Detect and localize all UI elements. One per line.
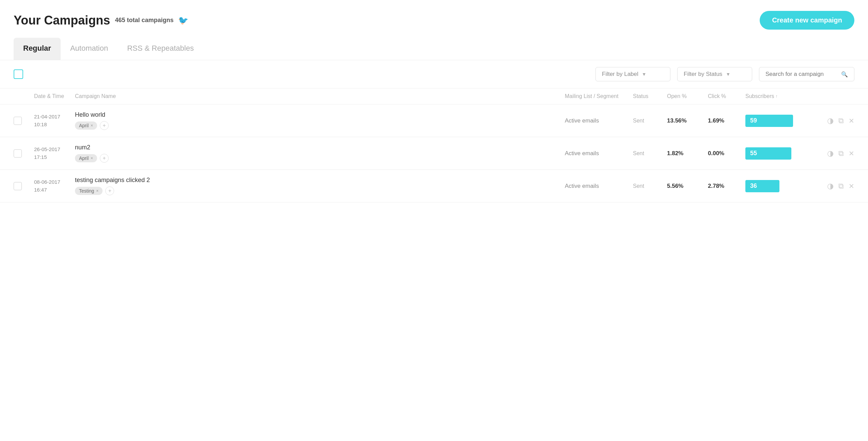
tag-row: April × + — [75, 154, 565, 163]
campaign-date-time: 08-06-201716:47 — [34, 178, 75, 194]
row-checkbox[interactable] — [14, 117, 34, 125]
mailing-list: Active emails — [565, 150, 633, 157]
filter-by-status-dropdown[interactable]: Filter by Status ▼ — [677, 67, 752, 81]
delete-icon[interactable]: ✕ — [849, 149, 854, 158]
filter-by-label-dropdown[interactable]: Filter by Label ▼ — [595, 67, 670, 81]
chevron-down-icon: ▼ — [726, 71, 730, 77]
open-percent: 5.56% — [667, 183, 708, 190]
tag-row: April × + — [75, 121, 565, 130]
tab-rss[interactable]: RSS & Repeatables — [118, 38, 203, 60]
row-actions: ◑ ⧉ ✕ — [813, 182, 854, 191]
tab-automation[interactable]: Automation — [61, 38, 118, 60]
copy-icon[interactable]: ⧉ — [838, 182, 844, 191]
campaign-info: Hello world April × + — [75, 111, 565, 130]
subscribers-bar: 59 — [745, 115, 813, 127]
click-percent: 1.69% — [708, 117, 745, 124]
bird-icon: 🐦 — [178, 16, 188, 25]
row-actions: ◑ ⧉ ✕ — [813, 149, 854, 158]
tag-add-button[interactable]: + — [105, 186, 114, 195]
subscribers-bar: 36 — [745, 180, 813, 192]
campaign-info: num2 April × + — [75, 144, 565, 163]
table-row: 21-04-201710:18 Hello world April × + Ac… — [0, 104, 868, 137]
chart-icon[interactable]: ◑ — [827, 182, 834, 191]
tag-label: Testing × — [75, 187, 103, 195]
search-input[interactable] — [765, 71, 838, 78]
filter-label-text: Filter by Label — [602, 71, 638, 78]
tag-remove-icon[interactable]: × — [91, 156, 93, 161]
chevron-down-icon: ▼ — [642, 71, 647, 77]
tag-add-button[interactable]: + — [100, 154, 109, 163]
campaign-status: Sent — [633, 150, 667, 157]
subscribers-bar-fill: 59 — [745, 115, 793, 127]
campaign-status: Sent — [633, 183, 667, 189]
table-row: 08-06-201716:47 testing campaigns clicke… — [0, 170, 868, 202]
total-count: 465 — [115, 17, 125, 23]
tag-row: Testing × + — [75, 186, 565, 195]
copy-icon[interactable]: ⧉ — [838, 149, 844, 158]
campaign-info: testing campaigns clicked 2 Testing × + — [75, 177, 565, 195]
delete-icon[interactable]: ✕ — [849, 117, 854, 125]
chart-icon[interactable]: ◑ — [827, 116, 834, 125]
total-label: total campaigns — [127, 17, 173, 23]
subscribers-count: 36 — [750, 182, 757, 190]
page-wrapper: Your Campaigns 465 total campaigns 🐦 Cre… — [0, 0, 868, 441]
tag-remove-icon[interactable]: × — [96, 189, 98, 193]
create-campaign-button[interactable]: Create new campaign — [760, 11, 854, 30]
chart-icon[interactable]: ◑ — [827, 149, 834, 158]
table-row: 26-05-201717:15 num2 April × + Active em… — [0, 137, 868, 170]
row-checkbox[interactable] — [14, 182, 34, 190]
search-box[interactable]: 🔍 — [759, 67, 854, 81]
campaign-tabs: Regular Automation RSS & Repeatables — [0, 38, 868, 60]
row-checkbox[interactable] — [14, 149, 34, 158]
click-percent: 0.00% — [708, 150, 745, 157]
sort-icon: ↑ — [775, 94, 777, 99]
th-mailing-list: Mailing List / Segment — [565, 93, 633, 99]
table-header: Date & Time Campaign Name Mailing List /… — [0, 88, 868, 104]
total-campaigns: 465 total campaigns — [115, 17, 173, 24]
subscribers-bar: 55 — [745, 147, 813, 160]
mailing-list: Active emails — [565, 183, 633, 190]
tag-remove-icon[interactable]: × — [91, 123, 93, 128]
row-actions: ◑ ⧉ ✕ — [813, 116, 854, 125]
th-status: Status — [633, 93, 667, 99]
th-campaign-name: Campaign Name — [75, 93, 565, 99]
subscribers-bar-fill: 36 — [745, 180, 779, 192]
th-open-pct: Open % — [667, 93, 708, 99]
header-left: Your Campaigns 465 total campaigns 🐦 — [14, 13, 188, 28]
tab-regular[interactable]: Regular — [14, 38, 61, 60]
open-percent: 1.82% — [667, 150, 708, 157]
campaign-name: Hello world — [75, 111, 565, 118]
th-click-pct: Click % — [708, 93, 745, 99]
mailing-list: Active emails — [565, 117, 633, 124]
click-percent: 2.78% — [708, 183, 745, 190]
tag-label: April × — [75, 121, 97, 130]
subscribers-count: 59 — [750, 117, 757, 124]
copy-icon[interactable]: ⧉ — [838, 116, 844, 125]
th-subscribers[interactable]: Subscribers ↑ — [745, 93, 813, 99]
subscribers-bar-fill: 55 — [745, 147, 791, 160]
tag-add-button[interactable]: + — [100, 121, 109, 130]
filter-status-text: Filter by Status — [684, 71, 722, 78]
campaign-date-time: 21-04-201710:18 — [34, 113, 75, 128]
campaign-status: Sent — [633, 118, 667, 124]
delete-icon[interactable]: ✕ — [849, 182, 854, 190]
campaign-rows-container: 21-04-201710:18 Hello world April × + Ac… — [0, 104, 868, 202]
page-title: Your Campaigns — [14, 13, 110, 28]
tag-label: April × — [75, 154, 97, 162]
filters-row: Filter by Label ▼ Filter by Status ▼ 🔍 — [0, 60, 868, 88]
th-date-time: Date & Time — [34, 93, 75, 99]
subscribers-count: 55 — [750, 150, 757, 157]
page-header: Your Campaigns 465 total campaigns 🐦 Cre… — [0, 0, 868, 38]
campaign-name: testing campaigns clicked 2 — [75, 177, 565, 184]
campaign-name: num2 — [75, 144, 565, 151]
select-all-checkbox[interactable] — [14, 69, 23, 79]
search-icon: 🔍 — [841, 71, 848, 78]
campaign-date-time: 26-05-201717:15 — [34, 146, 75, 161]
open-percent: 13.56% — [667, 117, 708, 124]
